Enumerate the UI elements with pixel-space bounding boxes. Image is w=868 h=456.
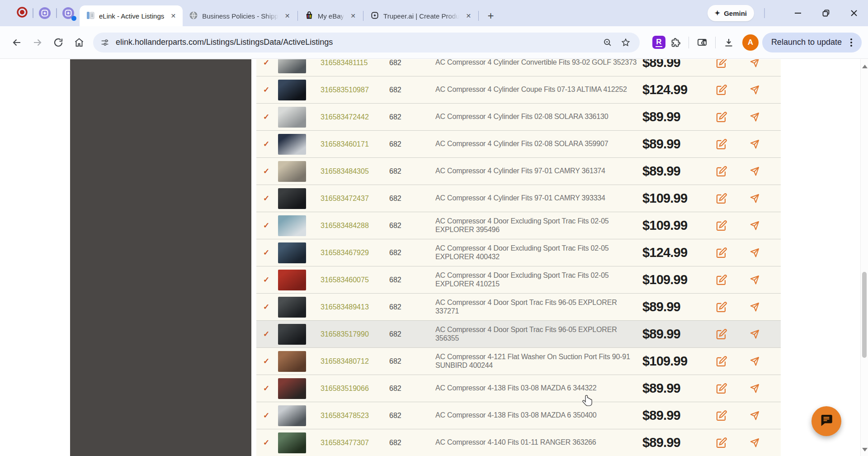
edit-listing-icon[interactable] xyxy=(715,246,728,260)
close-tab-icon[interactable]: ✕ xyxy=(283,11,292,21)
listing-thumbnail[interactable] xyxy=(278,107,321,128)
url-text[interactable]: elink.hollanderparts.com/Listings/Listin… xyxy=(116,38,597,47)
share-listing-icon[interactable] xyxy=(748,138,761,151)
listing-id-link[interactable]: 316583472437 xyxy=(321,195,389,203)
chat-widget-button[interactable] xyxy=(811,406,841,436)
close-tab-icon[interactable]: ✕ xyxy=(463,11,473,21)
listing-thumbnail[interactable] xyxy=(278,188,321,209)
edit-listing-icon[interactable] xyxy=(715,138,728,151)
listing-id-link[interactable]: 316583477307 xyxy=(321,439,389,447)
edit-listing-icon[interactable] xyxy=(715,219,728,233)
share-listing-icon[interactable] xyxy=(748,110,761,124)
share-listing-icon[interactable] xyxy=(748,409,761,423)
listing-id-link[interactable]: 316583460075 xyxy=(321,276,389,284)
table-row[interactable]: ✓316583480712682AC Compressor 4-121 Flat… xyxy=(256,348,781,375)
share-listing-icon[interactable] xyxy=(748,165,761,178)
listing-id-link[interactable]: 316583519066 xyxy=(321,385,389,393)
tab-my-ebay[interactable]: My eBay ✕ xyxy=(298,5,363,26)
page-scrollbar[interactable] xyxy=(860,59,868,456)
share-listing-icon[interactable] xyxy=(748,192,761,205)
scroll-down-arrow-icon[interactable] xyxy=(862,448,868,451)
edit-listing-icon[interactable] xyxy=(715,328,728,341)
extension-r-icon[interactable]: R xyxy=(652,36,665,49)
edit-listing-icon[interactable] xyxy=(715,59,728,70)
table-row[interactable]: ✓316583477307682AC Compressor 4-140 Fits… xyxy=(256,429,781,456)
table-row[interactable]: ✓316583484288682AC Compressor 4 Door Exc… xyxy=(256,212,781,239)
table-row[interactable]: ✓316583519066682AC Compressor 4-138 Fits… xyxy=(256,375,781,402)
edit-listing-icon[interactable] xyxy=(715,436,728,450)
table-row[interactable]: ✓316583484305682AC Compressor 4 Cylinder… xyxy=(256,158,781,185)
tab-elink-active-listings[interactable]: eLink - Active Listings ✕ xyxy=(80,5,183,26)
share-listing-icon[interactable] xyxy=(748,246,761,260)
share-listing-icon[interactable] xyxy=(748,300,761,314)
new-tab-button[interactable]: + xyxy=(483,8,498,24)
close-window-button[interactable] xyxy=(840,0,868,26)
edit-listing-icon[interactable] xyxy=(715,165,728,178)
share-listing-icon[interactable] xyxy=(748,219,761,233)
extensions-puzzle-icon[interactable] xyxy=(668,35,683,50)
listing-thumbnail[interactable] xyxy=(278,297,321,318)
listing-thumbnail[interactable] xyxy=(278,270,321,290)
edit-listing-icon[interactable] xyxy=(715,382,728,395)
listing-thumbnail[interactable] xyxy=(278,405,321,426)
table-row[interactable]: ✓316583460171682AC Compressor 4 Cylinder… xyxy=(256,131,781,158)
table-row[interactable]: ✓316583489413682AC Compressor 4 Door Spo… xyxy=(256,294,781,321)
table-row[interactable]: ✓316583460075682AC Compressor 4 Door Exc… xyxy=(256,266,781,294)
tab-business-policies[interactable]: Business Policies - Shipp ✕ xyxy=(183,5,297,26)
profile-avatar[interactable]: A xyxy=(742,34,759,51)
back-button[interactable] xyxy=(6,32,27,53)
close-tab-icon[interactable]: ✕ xyxy=(348,11,358,21)
listing-thumbnail[interactable] xyxy=(278,378,321,399)
listing-thumbnail[interactable] xyxy=(278,215,321,236)
listing-thumbnail[interactable] xyxy=(278,324,321,345)
edit-listing-icon[interactable] xyxy=(715,409,728,423)
scroll-up-arrow-icon[interactable] xyxy=(862,65,868,68)
share-listing-icon[interactable] xyxy=(748,83,761,97)
table-row[interactable]: ✓316583517990682AC Compressor 4 Door Spo… xyxy=(256,321,781,348)
listing-id-link[interactable]: 316583484288 xyxy=(321,222,389,230)
listing-id-link[interactable]: 316583460171 xyxy=(321,140,389,148)
close-tab-icon[interactable]: ✕ xyxy=(168,11,178,21)
edit-listing-icon[interactable] xyxy=(715,355,728,368)
home-button[interactable] xyxy=(69,32,90,53)
edit-listing-icon[interactable] xyxy=(715,83,728,97)
address-bar[interactable]: elink.hollanderparts.com/Listings/Listin… xyxy=(93,33,640,52)
downloads-icon[interactable] xyxy=(721,35,736,50)
scrollbar-thumb[interactable] xyxy=(862,272,867,358)
listing-id-link[interactable]: 316583510987 xyxy=(321,86,389,94)
share-listing-icon[interactable] xyxy=(748,59,761,70)
maximize-button[interactable] xyxy=(812,0,840,26)
table-row[interactable]: ✓316583472437682AC Compressor 4 Cylinder… xyxy=(256,185,781,212)
record-icon[interactable] xyxy=(16,6,28,20)
tab-trupeer[interactable]: Trupeer.ai | Create Produ ✕ xyxy=(364,5,478,26)
reload-button[interactable] xyxy=(48,32,69,53)
share-listing-icon[interactable] xyxy=(748,436,761,450)
gemini-button[interactable]: ✦ Gemini xyxy=(708,5,754,21)
listing-id-link[interactable]: 316583472442 xyxy=(321,113,389,121)
edit-listing-icon[interactable] xyxy=(715,300,728,314)
side-panel-search-icon[interactable] xyxy=(694,35,710,50)
extension-notification-icon[interactable] xyxy=(61,6,75,20)
listing-thumbnail[interactable] xyxy=(278,351,321,372)
relaunch-to-update-button[interactable]: Relaunch to update xyxy=(762,33,862,52)
site-settings-icon[interactable] xyxy=(97,34,113,51)
table-row[interactable]: ✓316583472442682AC Compressor 4 Cylinder… xyxy=(256,104,781,131)
listing-thumbnail[interactable] xyxy=(278,432,321,453)
listing-thumbnail[interactable] xyxy=(278,134,321,155)
listing-id-link[interactable]: 316583478523 xyxy=(321,412,389,420)
share-listing-icon[interactable] xyxy=(748,273,761,287)
listing-id-link[interactable]: 316583517990 xyxy=(321,330,389,338)
share-listing-icon[interactable] xyxy=(748,382,761,395)
listing-id-link[interactable]: 316583489413 xyxy=(321,303,389,311)
share-listing-icon[interactable] xyxy=(748,355,761,368)
edit-listing-icon[interactable] xyxy=(715,192,728,205)
edit-listing-icon[interactable] xyxy=(715,273,728,287)
extension-icon[interactable] xyxy=(38,6,52,20)
listing-id-link[interactable]: 316583481115 xyxy=(321,59,389,67)
listing-id-link[interactable]: 316583467929 xyxy=(321,249,389,257)
listing-thumbnail[interactable] xyxy=(278,161,321,182)
listing-thumbnail[interactable] xyxy=(278,59,321,73)
table-row[interactable]: ✓316583481115682AC Compressor 4 Cylinder… xyxy=(256,59,781,76)
table-row[interactable]: ✓316583478523682AC Compressor 4-138 Fits… xyxy=(256,402,781,429)
browser-menu-icon[interactable] xyxy=(844,35,859,50)
